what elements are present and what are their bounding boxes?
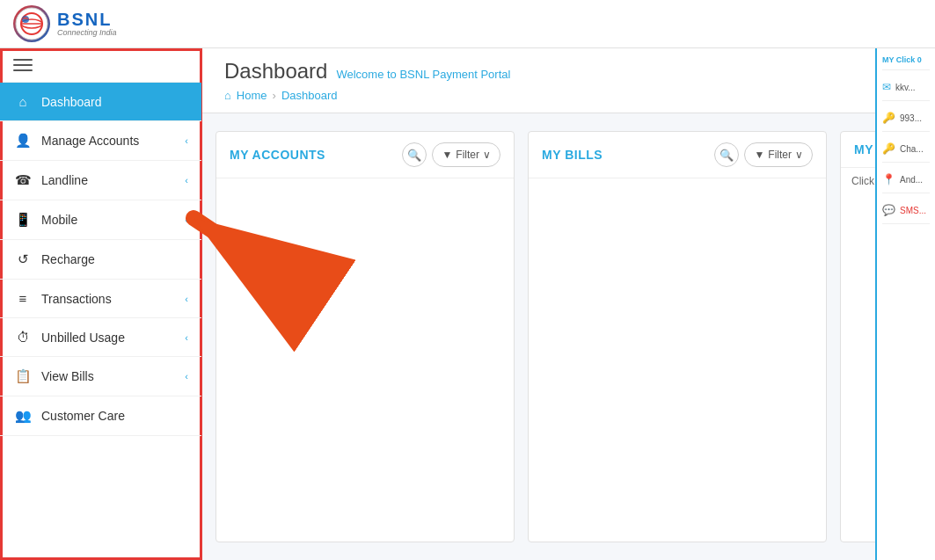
right-panel-key1-row: 🔑 993... xyxy=(882,112,930,132)
right-panel-location: And... xyxy=(900,175,923,185)
email-icon: ✉ xyxy=(882,81,891,93)
accounts-search-button[interactable]: 🔍 xyxy=(402,142,427,167)
my-bills-title: MY BILLS xyxy=(542,148,603,162)
right-info-panel: MY Click 0 ✉ kkv... 🔑 993... 🔑 Cha... 📍 … xyxy=(875,48,935,560)
sidebar-label-mobile: Mobile xyxy=(41,213,185,227)
my-pr-title: MY PR xyxy=(854,142,875,156)
logo-tagline: Connecting India xyxy=(57,28,117,37)
page-subtitle: Welcome to BSNL Payment Portal xyxy=(336,68,510,81)
right-panel-sms: SMS... xyxy=(900,206,926,215)
breadcrumb: ⌂ Home › Dashboard xyxy=(224,89,853,102)
menu-toggle-button[interactable] xyxy=(0,48,201,83)
right-panel-email-row: ✉ kkv... xyxy=(882,81,930,101)
accounts-filter-label: Filter xyxy=(456,149,479,161)
key2-icon: 🔑 xyxy=(882,142,895,155)
my-bills-panel: MY BILLS 🔍 ▼ Filter ∨ xyxy=(528,131,827,542)
dashboard-icon: ⌂ xyxy=(13,94,33,109)
logo-bsnl: BSNL xyxy=(57,11,117,28)
my-accounts-body xyxy=(216,178,514,542)
location-icon: 📍 xyxy=(882,173,895,185)
breadcrumb-separator: › xyxy=(273,89,276,102)
view-bills-icon: 📋 xyxy=(13,368,33,384)
sidebar-item-recharge[interactable]: ↺ Recharge xyxy=(0,240,201,280)
filter-arrow-accounts: ∨ xyxy=(483,149,491,161)
filter-arrow-bills: ∨ xyxy=(795,149,803,161)
main-layout: ⌂ Dashboard 👤 Manage Accounts ‹ ☎ Landli… xyxy=(0,48,935,560)
landline-icon: ☎ xyxy=(13,172,33,188)
right-panel-key2: Cha... xyxy=(900,144,924,154)
bills-filter-button[interactable]: ▼ Filter ∨ xyxy=(744,142,813,167)
sidebar-label-dashboard: Dashboard xyxy=(41,95,188,109)
sidebar-label-manage-accounts: Manage Accounts xyxy=(41,134,185,148)
chevron-icon-manage-accounts: ‹ xyxy=(185,135,188,146)
chevron-icon-view-bills: ‹ xyxy=(185,371,188,382)
my-pr-panel-header: MY PR xyxy=(841,132,875,168)
my-pr-panel: MY PR Click 0 xyxy=(840,131,875,542)
logo-area: BSNL Connecting India xyxy=(13,5,117,42)
right-panel-email: kkv... xyxy=(895,83,916,92)
unbilled-usage-icon: ⏱ xyxy=(13,330,33,345)
panels-row: MY ACCOUNTS 🔍 ▼ Filter ∨ MY BILLS xyxy=(202,113,875,560)
bills-search-button[interactable]: 🔍 xyxy=(714,142,739,167)
right-panel-key2-row: 🔑 Cha... xyxy=(882,142,930,163)
accounts-filter-button[interactable]: ▼ Filter ∨ xyxy=(432,142,500,167)
my-pr-body xyxy=(841,194,875,542)
sidebar-label-view-bills: View Bills xyxy=(41,369,185,383)
sidebar-item-mobile[interactable]: 📱 Mobile ‹ xyxy=(0,200,201,240)
sidebar-item-transactions[interactable]: ≡ Transactions ‹ xyxy=(0,280,201,318)
content-area: Dashboard Welcome to BSNL Payment Portal… xyxy=(202,48,875,560)
breadcrumb-home[interactable]: Home xyxy=(237,89,267,102)
sidebar: ⌂ Dashboard 👤 Manage Accounts ‹ ☎ Landli… xyxy=(0,48,202,560)
manage-accounts-icon: 👤 xyxy=(13,133,33,149)
page-title-row: Dashboard Welcome to BSNL Payment Portal xyxy=(224,59,853,84)
my-accounts-actions: 🔍 ▼ Filter ∨ xyxy=(402,142,500,167)
key1-icon: 🔑 xyxy=(882,112,895,124)
home-icon: ⌂ xyxy=(224,89,231,102)
my-pr-click-text: Click 0 xyxy=(841,168,875,194)
my-accounts-title: MY ACCOUNTS xyxy=(230,148,325,162)
bsnl-logo-icon xyxy=(13,5,50,42)
sidebar-item-unbilled-usage[interactable]: ⏱ Unbilled Usage ‹ xyxy=(0,318,201,357)
chevron-icon-mobile: ‹ xyxy=(185,215,188,225)
sidebar-item-dashboard[interactable]: ⌂ Dashboard xyxy=(0,83,201,121)
right-panel-location-row: 📍 And... xyxy=(882,173,930,193)
sidebar-item-customer-care[interactable]: 👥 Customer Care xyxy=(0,396,201,436)
right-panel-sms-row: 💬 SMS... xyxy=(882,204,930,224)
right-panel-title: MY Click 0 xyxy=(882,55,930,70)
my-accounts-panel-header: MY ACCOUNTS 🔍 ▼ Filter ∨ xyxy=(216,132,514,178)
logo-text: BSNL Connecting India xyxy=(57,11,117,37)
recharge-icon: ↺ xyxy=(13,251,33,267)
page-title: Dashboard xyxy=(224,59,327,84)
sidebar-label-unbilled-usage: Unbilled Usage xyxy=(41,331,185,345)
my-bills-panel-header: MY BILLS 🔍 ▼ Filter ∨ xyxy=(529,132,826,178)
page-header: Dashboard Welcome to BSNL Payment Portal… xyxy=(202,48,875,113)
my-accounts-panel: MY ACCOUNTS 🔍 ▼ Filter ∨ xyxy=(215,131,515,542)
sidebar-label-customer-care: Customer Care xyxy=(41,409,188,423)
sidebar-label-transactions: Transactions xyxy=(41,292,185,306)
filter-icon-accounts: ▼ xyxy=(442,149,452,161)
breadcrumb-current: Dashboard xyxy=(281,89,338,102)
sidebar-label-landline: Landline xyxy=(41,173,185,187)
chevron-icon-transactions: ‹ xyxy=(185,294,188,304)
sidebar-label-recharge: Recharge xyxy=(41,252,188,266)
filter-icon-bills: ▼ xyxy=(754,149,764,161)
top-header: BSNL Connecting India xyxy=(0,0,935,48)
mobile-icon: 📱 xyxy=(13,212,33,228)
chevron-icon-unbilled-usage: ‹ xyxy=(185,332,188,343)
sidebar-item-view-bills[interactable]: 📋 View Bills ‹ xyxy=(0,357,201,396)
sidebar-item-manage-accounts[interactable]: 👤 Manage Accounts ‹ xyxy=(0,121,201,161)
customer-care-icon: 👥 xyxy=(13,408,33,424)
my-bills-body xyxy=(529,178,826,542)
right-panel-key1: 993... xyxy=(900,113,922,123)
bills-filter-label: Filter xyxy=(768,149,792,161)
sms-icon: 💬 xyxy=(882,204,895,216)
transactions-icon: ≡ xyxy=(13,291,33,306)
chevron-icon-landline: ‹ xyxy=(185,175,188,185)
my-bills-actions: 🔍 ▼ Filter ∨ xyxy=(714,142,813,167)
sidebar-item-landline[interactable]: ☎ Landline ‹ xyxy=(0,161,201,200)
hamburger-icon xyxy=(13,59,33,71)
